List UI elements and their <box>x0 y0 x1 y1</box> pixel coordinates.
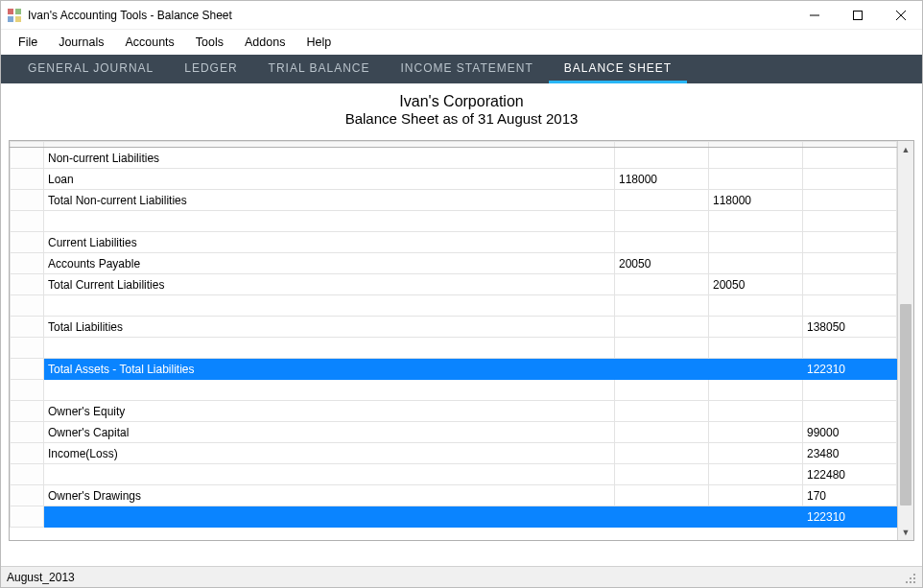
cell-c2[interactable] <box>709 422 803 443</box>
cell-c1[interactable] <box>615 506 709 528</box>
cell-c1[interactable] <box>615 338 709 359</box>
cell-c3[interactable]: 138050 <box>803 317 897 338</box>
row-header[interactable] <box>11 317 44 338</box>
cell-c3[interactable] <box>803 274 897 295</box>
menu-journals[interactable]: Journals <box>49 33 113 52</box>
cell-label[interactable]: Owner's Drawings <box>44 485 615 506</box>
tab-balance-sheet[interactable]: BALANCE SHEET <box>549 55 687 83</box>
cell-c2[interactable]: 118000 <box>709 190 803 211</box>
cell-c3[interactable] <box>803 169 897 190</box>
close-button[interactable] <box>879 1 922 29</box>
cell-label[interactable]: Total Current Liabilities <box>44 274 615 295</box>
menu-addons[interactable]: Addons <box>235 33 295 52</box>
scroll-up-icon[interactable]: ▲ <box>898 141 913 157</box>
cell-label[interactable]: Current Liabilities <box>44 232 615 253</box>
cell-c3[interactable]: 170 <box>803 485 897 506</box>
table-row[interactable]: Accounts Payable20050 <box>11 253 897 274</box>
scroll-thumb[interactable] <box>900 304 911 506</box>
row-header[interactable] <box>11 443 44 464</box>
cell-label[interactable] <box>44 380 615 401</box>
table-row[interactable]: Loan118000 <box>11 169 897 190</box>
table-row[interactable]: Non-current Liabilities <box>11 148 897 169</box>
cell-c2[interactable] <box>709 359 803 380</box>
row-header[interactable] <box>11 485 44 506</box>
tab-ledger[interactable]: LEDGER <box>169 55 252 83</box>
cell-c1[interactable] <box>615 211 709 232</box>
cell-label[interactable] <box>44 506 615 528</box>
cell-c1[interactable]: 118000 <box>615 169 709 190</box>
cell-c3[interactable]: 122310 <box>803 506 897 528</box>
cell-c3[interactable] <box>803 190 897 211</box>
cell-c2[interactable]: 20050 <box>709 274 803 295</box>
table-row[interactable] <box>11 295 897 317</box>
table-row[interactable]: Owner's Equity <box>11 401 897 422</box>
cell-label[interactable]: Total Assets - Total Liabilities <box>44 359 615 380</box>
tab-income-statement[interactable]: INCOME STATEMENT <box>386 55 549 83</box>
cell-c3[interactable]: 99000 <box>803 422 897 443</box>
table-row[interactable]: 122310 <box>11 506 897 528</box>
row-header[interactable] <box>11 422 44 443</box>
cell-label[interactable] <box>44 464 615 485</box>
row-header[interactable] <box>11 506 44 528</box>
cell-c3[interactable] <box>803 211 897 232</box>
cell-c1[interactable]: 20050 <box>615 253 709 274</box>
cell-c2[interactable] <box>709 317 803 338</box>
table-row[interactable]: Owner's Drawings170 <box>11 485 897 506</box>
cell-c2[interactable] <box>709 506 803 528</box>
cell-c2[interactable] <box>709 380 803 401</box>
tab-trial-balance[interactable]: TRIAL BALANCE <box>253 55 386 83</box>
cell-c1[interactable] <box>615 148 709 169</box>
row-header[interactable] <box>11 148 44 169</box>
table-row[interactable]: Income(Loss)23480 <box>11 443 897 464</box>
table-row[interactable] <box>11 211 897 232</box>
cell-c2[interactable] <box>709 485 803 506</box>
cell-label[interactable]: Income(Loss) <box>44 443 615 464</box>
table-row[interactable]: Total Liabilities138050 <box>11 317 897 338</box>
cell-label[interactable] <box>44 211 615 232</box>
cell-label[interactable]: Total Non-current Liabilities <box>44 190 615 211</box>
cell-c2[interactable] <box>709 253 803 274</box>
row-header[interactable] <box>11 211 44 232</box>
cell-c1[interactable] <box>615 359 709 380</box>
cell-c1[interactable] <box>615 190 709 211</box>
menu-help[interactable]: Help <box>296 33 341 52</box>
cell-c1[interactable] <box>615 443 709 464</box>
cell-c1[interactable] <box>615 485 709 506</box>
tab-general-journal[interactable]: GENERAL JOURNAL <box>12 55 169 83</box>
cell-label[interactable]: Non-current Liabilities <box>44 148 615 169</box>
cell-c1[interactable] <box>615 232 709 253</box>
cell-label[interactable]: Total Liabilities <box>44 317 615 338</box>
cell-c3[interactable]: 122310 <box>803 359 897 380</box>
cell-c2[interactable] <box>709 338 803 359</box>
row-header[interactable] <box>11 253 44 274</box>
table-row[interactable]: 122480 <box>11 464 897 485</box>
cell-c2[interactable] <box>709 211 803 232</box>
cell-c1[interactable] <box>615 422 709 443</box>
cell-c3[interactable] <box>803 148 897 169</box>
table-row[interactable]: Total Non-current Liabilities118000 <box>11 190 897 211</box>
cell-label[interactable]: Owner's Equity <box>44 401 615 422</box>
menu-file[interactable]: File <box>9 33 47 52</box>
table-row[interactable] <box>11 338 897 359</box>
cell-c2[interactable] <box>709 464 803 485</box>
row-header[interactable] <box>11 274 44 295</box>
cell-c2[interactable] <box>709 401 803 422</box>
row-header[interactable] <box>11 232 44 253</box>
cell-c3[interactable] <box>803 380 897 401</box>
cell-c2[interactable] <box>709 443 803 464</box>
table-row[interactable]: Owner's Capital99000 <box>11 422 897 443</box>
cell-c3[interactable] <box>803 401 897 422</box>
table-row[interactable]: Current Liabilities <box>11 232 897 253</box>
cell-label[interactable] <box>44 338 615 359</box>
row-header[interactable] <box>11 401 44 422</box>
cell-c3[interactable] <box>803 295 897 317</box>
row-header[interactable] <box>11 295 44 317</box>
row-header[interactable] <box>11 380 44 401</box>
row-header[interactable] <box>11 169 44 190</box>
cell-label[interactable]: Accounts Payable <box>44 253 615 274</box>
cell-c3[interactable]: 122480 <box>803 464 897 485</box>
table-row[interactable]: Total Current Liabilities20050 <box>11 274 897 295</box>
cell-c1[interactable] <box>615 295 709 317</box>
cell-c3[interactable] <box>803 253 897 274</box>
cell-label[interactable]: Owner's Capital <box>44 422 615 443</box>
